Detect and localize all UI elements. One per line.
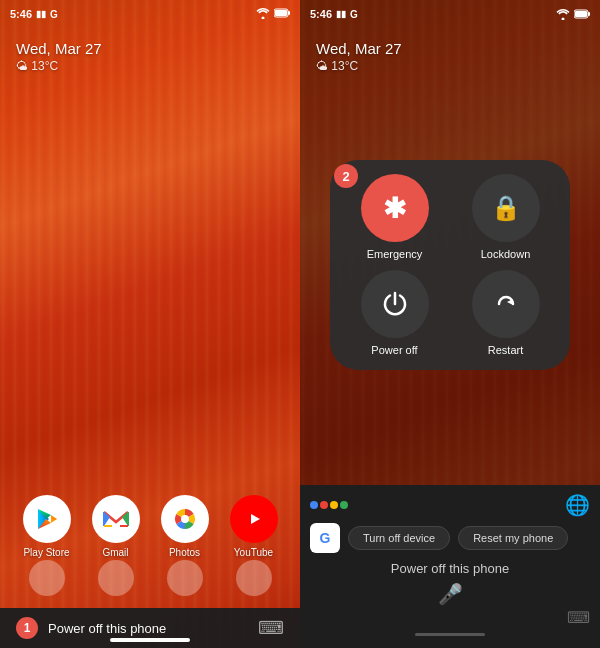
restart-icon <box>491 289 521 319</box>
svg-marker-6 <box>51 515 57 523</box>
wifi-icon-right <box>556 9 570 20</box>
emergency-label: Emergency <box>367 248 423 260</box>
emergency-btn[interactable]: 2 ✱ Emergency <box>344 174 445 260</box>
mic-icon[interactable]: 🎤 <box>438 582 463 606</box>
restart-label: Restart <box>488 344 523 356</box>
turn-off-device-btn[interactable]: Turn off device <box>348 526 450 550</box>
gmail-icon-left <box>92 495 140 543</box>
assistant-top: 🌐 <box>310 493 590 517</box>
lockdown-label: Lockdown <box>481 248 531 260</box>
globe-icon[interactable]: 🌐 <box>565 493 590 517</box>
partial-icon-1 <box>29 560 65 596</box>
restart-btn[interactable]: Restart <box>455 270 556 356</box>
svg-rect-2 <box>275 10 287 16</box>
app-playstore-left[interactable]: Play Store <box>23 495 71 558</box>
carrier-right: ▮▮ <box>336 9 346 19</box>
date-widget-right: Wed, Mar 27 🌤 13°C <box>316 40 402 73</box>
dot-red <box>320 501 328 509</box>
svg-point-14 <box>181 515 189 523</box>
date-text-right: Wed, Mar 27 <box>316 40 402 57</box>
svg-rect-18 <box>588 12 590 16</box>
partial-icon-4 <box>236 560 272 596</box>
right-phone-screen: 5:46 ▮▮ G Wed, Mar 27 🌤 13°C 2 ✱ Emergen… <box>300 0 600 648</box>
svg-rect-1 <box>288 11 290 15</box>
wifi-icon-left <box>256 8 270 21</box>
app-row-left: Play Store Gmail <box>0 495 300 558</box>
youtube-label-left: YouTube <box>234 547 273 558</box>
nav-pill-left <box>110 638 190 642</box>
status-bar-right: 5:46 ▮▮ G <box>300 0 600 28</box>
dot-yellow <box>330 501 338 509</box>
bottom-bar-left: 1 Power off this phone ⌨ <box>0 608 300 648</box>
time-left: 5:46 <box>10 8 32 20</box>
app-photos-left[interactable]: Photos <box>161 495 209 558</box>
reset-my-phone-btn[interactable]: Reset my phone <box>458 526 568 550</box>
svg-rect-19 <box>575 11 587 17</box>
weather-text-left: 🌤 13°C <box>16 59 102 73</box>
keyboard-icon-right: ⌨ <box>567 608 590 627</box>
lockdown-btn[interactable]: 🔒 Lockdown <box>455 174 556 260</box>
emergency-circle: ✱ <box>361 174 429 242</box>
time-right: 5:46 <box>310 8 332 20</box>
left-phone-screen: 5:46 ▮▮ G Wed, Mar 27 🌤 13°C <box>0 0 300 648</box>
photos-icon-left <box>161 495 209 543</box>
dot-green <box>340 501 348 509</box>
assistant-actions: G Turn off device Reset my phone <box>310 523 590 553</box>
date-text-left: Wed, Mar 27 <box>16 40 102 57</box>
assistant-query-text: Power off this phone <box>310 561 590 576</box>
assistant-dots <box>310 501 348 509</box>
google-g-icon: G <box>310 523 340 553</box>
restart-circle <box>472 270 540 338</box>
battery-icon-left <box>274 8 290 20</box>
keyboard-icon-left: ⌨ <box>258 617 284 639</box>
app-youtube-left[interactable]: YouTube <box>230 495 278 558</box>
playstore-icon-left <box>23 495 71 543</box>
network-left: G <box>50 9 58 20</box>
youtube-icon-left <box>230 495 278 543</box>
assistant-bar: 🌐 G Turn off device Reset my phone Power… <box>300 485 600 648</box>
step-badge-2: 2 <box>334 164 358 188</box>
mic-row: 🎤 <box>310 582 590 606</box>
battery-icon-right <box>574 9 590 19</box>
lockdown-circle: 🔒 <box>472 174 540 242</box>
power-off-btn[interactable]: Power off <box>344 270 445 356</box>
date-widget-left: Wed, Mar 27 🌤 13°C <box>16 40 102 73</box>
status-right-right <box>556 9 590 20</box>
weather-text-right: 🌤 13°C <box>316 59 402 73</box>
dot-blue <box>310 501 318 509</box>
status-bar-left: 5:46 ▮▮ G <box>0 0 300 28</box>
partial-app-row-left <box>0 560 300 596</box>
gmail-label-left: Gmail <box>102 547 128 558</box>
poweroff-circle <box>361 270 429 338</box>
playstore-label-left: Play Store <box>23 547 69 558</box>
app-gmail-left[interactable]: Gmail <box>92 495 140 558</box>
svg-marker-20 <box>507 299 513 305</box>
power-menu: 2 ✱ Emergency 🔒 Lockdown Power off <box>330 160 570 370</box>
step-badge-1: 1 <box>16 617 38 639</box>
network-right: G <box>350 9 358 20</box>
status-left-right: 5:46 ▮▮ G <box>310 8 358 20</box>
nav-pill-right <box>415 633 485 636</box>
status-left: 5:46 ▮▮ G <box>10 8 58 20</box>
poweroff-label: Power off <box>371 344 417 356</box>
carrier-left: ▮▮ <box>36 9 46 19</box>
partial-icon-3 <box>167 560 203 596</box>
photos-label-left: Photos <box>169 547 200 558</box>
power-icon <box>380 289 410 319</box>
power-off-text-left: Power off this phone <box>48 621 166 636</box>
status-right-left <box>256 8 290 21</box>
partial-icon-2 <box>98 560 134 596</box>
